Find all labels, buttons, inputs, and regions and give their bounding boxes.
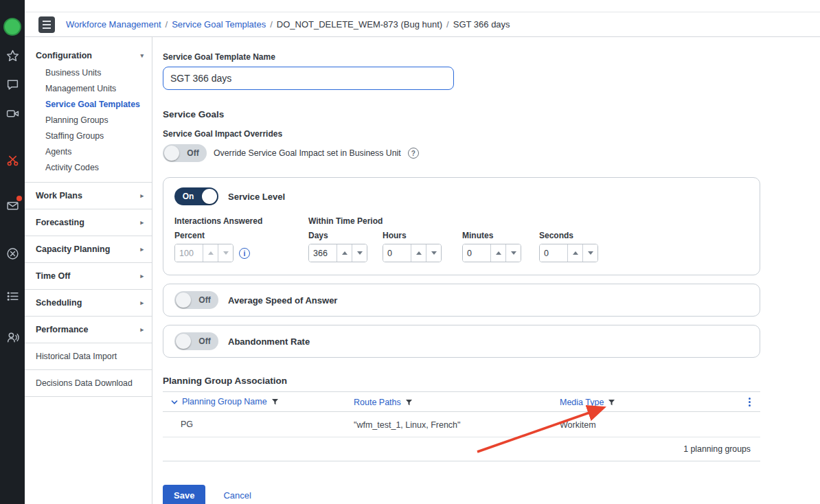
sidebar-item-historical-data-import[interactable]: Historical Data Import [25,343,152,369]
percent-decrement-button[interactable] [218,244,233,262]
cell-media-type: Workitem [560,420,596,430]
filter-icon[interactable] [405,399,413,406]
sidebar-item-management-units[interactable]: Management Units [25,80,152,96]
info-icon[interactable]: i [239,248,250,259]
sidebar-item-business-units[interactable]: Business Units [25,65,152,80]
filter-icon[interactable] [271,398,279,406]
percent-stepper [174,244,234,262]
cell-planning-group-name: PG [181,420,193,429]
sidebar-section-time-off[interactable]: Time Off ▸ [25,263,152,289]
seconds-stepper [539,244,598,262]
sidebar-item-service-goal-templates[interactable]: Service Goal Templates [25,96,152,112]
arrow-down-icon [431,251,437,255]
impact-overrides-toggle[interactable]: Off [163,144,207,162]
hours-increment-button[interactable] [411,244,426,262]
days-increment-button[interactable] [337,244,352,262]
days-field: Days [308,231,383,262]
minutes-decrement-button[interactable] [505,244,521,262]
wfm-app-icon[interactable] [5,152,20,168]
filter-icon[interactable] [608,399,615,406]
sidebar-item-activity-codes[interactable]: Activity Codes [25,159,152,175]
breadcrumb-workforce-management[interactable]: Workforce Management [66,19,161,30]
sidebar-section-scheduling[interactable]: Scheduling ▸ [25,290,152,316]
sidebar-section-capacity-planning[interactable]: Capacity Planning ▸ [25,236,152,262]
inbox-icon[interactable] [5,198,20,213]
chevron-right-icon: ▸ [140,273,144,279]
help-icon[interactable]: ? [408,148,419,159]
sidebar-item-planning-groups[interactable]: Planning Groups [25,112,152,128]
impact-overrides-description: Override Service Goal Impact set in Busi… [214,148,401,158]
divider [25,396,152,397]
percent-input[interactable] [175,244,203,262]
minutes-increment-button[interactable] [490,244,505,262]
service-level-toggle[interactable]: On [174,187,218,205]
template-name-input[interactable] [163,67,454,90]
days-input[interactable] [309,244,337,262]
column-header-route-paths[interactable]: Route Paths [354,398,413,407]
table-footer: 1 planning groups [163,437,760,461]
avatar[interactable] [3,18,21,36]
column-header-planning-group-name[interactable]: Planning Group Name [182,397,279,406]
dismiss-circle-icon[interactable] [5,246,20,261]
column-header-media-type[interactable]: Media Type [560,398,615,407]
form-actions: Save Cancel [163,485,820,504]
hours-decrement-button[interactable] [426,244,441,262]
percent-increment-button[interactable] [203,244,218,262]
sidebar-item-staffing-groups[interactable]: Staffing Groups [25,128,152,144]
save-button[interactable]: Save [163,485,205,504]
sidebar-section-performance[interactable]: Performance ▸ [25,317,152,343]
seconds-input[interactable] [540,244,567,262]
percent-field: Percent i [174,231,308,262]
sidebar-section-forecasting[interactable]: Forecasting ▸ [25,209,152,236]
table-options-kebab-icon[interactable] [749,398,751,406]
sidebar-section-label: Forecasting [36,218,84,227]
chevron-right-icon: ▸ [140,326,144,333]
cancel-button[interactable]: Cancel [223,490,251,501]
seconds-increment-button[interactable] [567,244,582,262]
hours-field: Hours [383,231,462,262]
asa-card: Off Average Speed of Answer [163,284,760,317]
minutes-field: Minutes [462,231,539,262]
arrow-down-icon [223,251,229,255]
sidebar-section-label: Work Plans [36,191,82,201]
sidebar-section-work-plans[interactable]: Work Plans ▸ [25,183,152,209]
service-goals-heading: Service Goals [163,109,820,119]
percent-label: Percent [174,231,308,240]
collapse-chevron-icon[interactable] [171,400,178,404]
chevron-right-icon: ▸ [140,246,144,253]
app-window: Workforce Management / Service Goal Temp… [0,0,820,504]
sidebar-section-label: Configuration [36,51,92,60]
abandonment-toggle[interactable]: Off [174,332,218,350]
sidebar-nav: Configuration ▾ Business Units Managemen… [25,37,152,504]
planning-groups-table: Planning Group Name Route Paths [163,391,760,461]
chat-icon[interactable] [5,77,20,92]
column-header-label: Route Paths [354,398,401,407]
seconds-field: Seconds [539,231,615,262]
breadcrumb-service-goal-templates[interactable]: Service Goal Templates [172,19,266,30]
sidebar-item-agents[interactable]: Agents [25,144,152,159]
video-icon[interactable] [5,106,20,121]
main-content: Service Goal Template Name Service Goals… [152,37,820,504]
table-row[interactable]: PG "wfm_test_1, Linux, French" Workitem [163,412,760,437]
sidebar-section-configuration[interactable]: Configuration ▾ [25,47,152,65]
minutes-input[interactable] [463,244,490,262]
arrow-down-icon [511,251,516,255]
breadcrumb: Workforce Management / Service Goal Temp… [66,19,510,30]
sidebar-section-label: Scheduling [36,298,82,308]
arrow-down-icon [357,251,363,255]
hamburger-menu-icon[interactable] [38,16,55,33]
asa-toggle[interactable]: Off [174,291,218,309]
days-decrement-button[interactable] [352,244,367,262]
list-icon[interactable] [5,288,20,303]
sidebar-item-decisions-data-download[interactable]: Decisions Data Download [25,370,152,396]
minutes-stepper [462,244,521,262]
sidebar-section-label: Capacity Planning [36,244,110,254]
days-label: Days [308,231,383,240]
table-header-row: Planning Group Name Route Paths [163,391,760,412]
star-icon[interactable] [5,48,20,63]
hours-input[interactable] [383,244,411,262]
agent-audio-icon[interactable] [5,330,20,345]
arrow-up-icon [573,251,578,255]
minutes-label: Minutes [462,231,539,240]
seconds-decrement-button[interactable] [582,244,597,262]
